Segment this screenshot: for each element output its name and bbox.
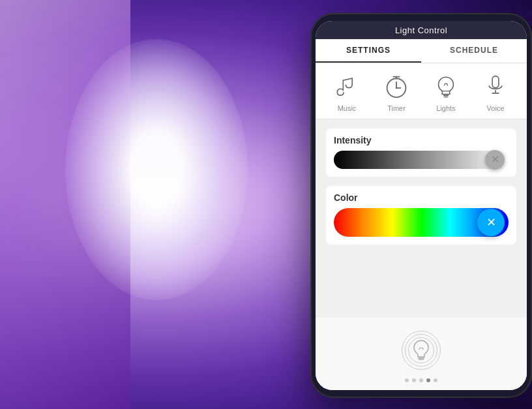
intensity-control: Intensity ✕ [326,129,516,177]
voice-icon-item[interactable]: Voice [481,72,510,112]
voice-label: Voice [487,104,505,112]
tab-schedule[interactable]: SCHEDULE [421,39,527,63]
dot-4-active [426,378,430,382]
color-slider[interactable]: ✕ [334,208,509,237]
intensity-x-icon: ✕ [491,155,499,165]
music-label: Music [338,104,357,112]
music-icon-item[interactable]: Music [332,72,361,112]
dot-2 [412,378,416,382]
bulb-area [398,322,444,378]
phone-wrapper: Light Control SETTINGS SCHEDULE Music [297,13,532,409]
controls-area: Intensity ✕ Color ✕ [316,119,527,316]
dot-5 [434,378,437,382]
svg-rect-9 [492,76,499,88]
phone-screen: Light Control SETTINGS SCHEDULE Music [316,21,527,390]
dot-1 [405,378,409,382]
lights-label: Lights [436,104,455,112]
app-title: Light Control [395,25,447,35]
color-x-icon: ✕ [486,217,496,228]
bottom-area [316,316,527,390]
dot-3 [419,378,423,382]
music-icon [332,72,361,101]
color-label: Color [334,192,509,203]
phone-body: Light Control SETTINGS SCHEDULE Music [310,13,532,398]
bulb-ripple[interactable] [398,327,444,373]
tabs-container: SETTINGS SCHEDULE [316,39,527,63]
timer-label: Timer [387,104,406,112]
lights-icon [432,72,460,101]
bg-light-blob [65,39,248,300]
lights-icon-item[interactable]: Lights [432,72,460,112]
timer-icon [382,72,411,101]
timer-icon-item[interactable]: Timer [382,72,411,112]
intensity-slider[interactable]: ✕ [334,151,509,169]
voice-icon [481,72,510,101]
pagination-dots [405,378,437,385]
color-thumb[interactable]: ✕ [477,209,505,236]
color-control: Color ✕ [326,186,516,245]
intensity-thumb[interactable]: ✕ [485,150,505,170]
ripple-inner [408,337,434,363]
intensity-label: Intensity [334,135,509,145]
tab-settings[interactable]: SETTINGS [316,39,421,63]
feature-icons-row: Music Timer [316,63,527,119]
status-bar: Light Control [316,21,527,39]
